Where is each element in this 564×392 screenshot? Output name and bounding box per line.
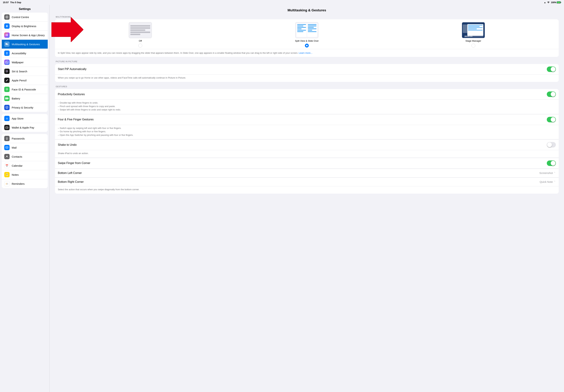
- content-title: Multitasking & Gestures: [55, 8, 559, 12]
- bottom-left-row[interactable]: Bottom Left Corner Screenshot ⌃: [55, 168, 559, 178]
- split-bar: [308, 31, 317, 32]
- split-bar: [297, 27, 306, 28]
- svg-rect-27: [8, 98, 9, 99]
- mode-label-stage: Stage Manager: [465, 40, 481, 42]
- sidebar-item-wallet[interactable]: Wallet & Apple Pay: [2, 123, 48, 132]
- sidebar-item-control-centre[interactable]: Control Centre: [2, 13, 48, 22]
- sidebar-item-battery[interactable]: Battery: [2, 94, 48, 103]
- sidebar-label-mail: Mail: [12, 146, 17, 149]
- sidebar-label-battery: Battery: [12, 97, 20, 100]
- svg-rect-34: [6, 165, 8, 165]
- svg-rect-18: [6, 61, 8, 63]
- sidebar-item-calendar[interactable]: 5 Calendar: [2, 161, 48, 170]
- productivity-gestures-toggle[interactable]: [547, 91, 556, 97]
- sidebar-item-siri[interactable]: Siri & Search: [2, 67, 48, 76]
- sidebar-item-reminders[interactable]: Reminders: [2, 179, 48, 188]
- sidebar-section-more-apps: Passwords Mail Contacts 5 Calendar: [2, 134, 48, 188]
- shake-undo-subtext: Shake iPad to undo an action.: [55, 150, 559, 158]
- bottom-left-chevron: ⌃: [553, 171, 556, 175]
- pip-auto-label: Start PiP Automatically: [58, 68, 86, 71]
- svg-point-17: [7, 52, 7, 53]
- mail-icon: [4, 145, 10, 150]
- mode-radio-stage[interactable]: [471, 44, 475, 47]
- split-bar: [297, 28, 301, 29]
- bottom-right-value-text: Quick Note: [540, 180, 553, 183]
- mode-label-split: Split View & Slide Over: [295, 40, 319, 42]
- sidebar-label-reminders: Reminders: [12, 182, 25, 185]
- pip-auto-subtext: When you swipe up to go Home or use othe…: [55, 75, 559, 82]
- multitasking-description: In Split View, two apps appear side by s…: [55, 49, 559, 57]
- svg-marker-44: [51, 17, 83, 42]
- mode-label-off: Off: [139, 40, 142, 42]
- swipe-corner-row: Swipe Finger from Corner: [55, 158, 559, 168]
- gestures-section-label: GESTURES: [55, 85, 559, 88]
- mode-selector: Off: [55, 19, 559, 49]
- mode-option-stage[interactable]: Stage Manager: [390, 22, 557, 47]
- control-centre-icon: [4, 14, 10, 20]
- bottom-right-chevron: ⌃: [553, 180, 556, 183]
- learn-more-link[interactable]: Learn more...: [299, 52, 312, 54]
- mode-radio-off[interactable]: [138, 44, 142, 47]
- sidebar-label-wallpaper: Wallpaper: [12, 61, 24, 64]
- sidebar-item-mail[interactable]: Mail: [2, 143, 48, 152]
- off-bar-4: [130, 31, 150, 33]
- svg-point-24: [7, 89, 7, 89]
- productivity-gestures-subtext: – Double-tap with three fingers to undo.…: [55, 100, 559, 114]
- four-five-finger-toggle[interactable]: [547, 117, 556, 122]
- sidebar-label-display: Display & Brightness: [12, 25, 36, 28]
- split-bar: [297, 26, 303, 27]
- mode-option-split[interactable]: Split View & Slide Over: [224, 22, 390, 47]
- sidebar-item-apple-pencil[interactable]: Apple Pencil: [2, 76, 48, 85]
- svg-rect-31: [6, 147, 8, 148]
- sidebar-item-face-id[interactable]: Face ID & Passcode: [2, 85, 48, 94]
- sidebar-item-passwords[interactable]: Passwords: [2, 134, 48, 143]
- bottom-right-row[interactable]: Bottom Right Corner Quick Note ⌃: [55, 178, 559, 186]
- off-bar-1: [130, 25, 150, 27]
- multitasking-icon: [4, 42, 10, 47]
- productivity-gestures-row: Productivity Gestures: [55, 89, 559, 100]
- sidebar-item-wallpaper[interactable]: Wallpaper: [2, 58, 48, 67]
- sidebar-item-home-screen[interactable]: Home Screen & App Library: [2, 31, 48, 40]
- siri-icon: [4, 69, 10, 74]
- corner-subtext: Select the action that occurs when you s…: [55, 186, 559, 194]
- bottom-left-label: Bottom Left Corner: [58, 171, 82, 175]
- swipe-corner-toggle[interactable]: [547, 160, 556, 166]
- shake-undo-label: Shake to Undo: [58, 143, 77, 146]
- sidebar-item-multitasking[interactable]: Multitasking & Gestures: [2, 40, 48, 49]
- mode-radio-split[interactable]: [305, 44, 309, 47]
- split-bar: [308, 27, 314, 28]
- multitasking-section-label: MULTITASKING: [55, 16, 559, 18]
- svg-rect-2: [561, 2, 561, 3]
- svg-point-30: [6, 138, 8, 139]
- split-bar: [308, 24, 317, 25]
- pip-auto-knob: [551, 67, 555, 72]
- off-bar-5: [130, 34, 140, 35]
- sidebar-item-app-store[interactable]: App Store: [2, 114, 48, 123]
- svg-point-29: [7, 128, 8, 128]
- sidebar-item-display[interactable]: Display & Brightness: [2, 22, 48, 31]
- calendar-icon: 5: [4, 163, 10, 168]
- split-pane-left: [296, 23, 307, 37]
- face-id-icon: [4, 87, 10, 92]
- sidebar-item-notes[interactable]: Notes: [2, 170, 48, 179]
- sidebar-label-accessibility: Accessibility: [12, 52, 26, 55]
- pip-auto-toggle[interactable]: [547, 67, 556, 72]
- sidebar-label-notes: Notes: [12, 173, 19, 176]
- dock-icon: [465, 36, 466, 37]
- status-indicators: ▲ 100% ⚡: [544, 1, 561, 4]
- stage-main: [467, 24, 483, 36]
- svg-point-40: [6, 183, 7, 184]
- sidebar-item-accessibility[interactable]: Accessibility: [2, 49, 48, 58]
- split-bar: [308, 28, 317, 29]
- sidebar-item-contacts[interactable]: Contacts: [2, 152, 48, 161]
- shake-undo-toggle[interactable]: [547, 142, 556, 148]
- sidebar-item-privacy[interactable]: Privacy & Security: [2, 103, 48, 112]
- split-bar: [297, 31, 303, 32]
- off-preview: [129, 22, 152, 38]
- split-bar: [297, 24, 306, 25]
- sidebar-label-multitasking: Multitasking & Gestures: [12, 43, 40, 46]
- svg-rect-13: [6, 35, 7, 36]
- svg-point-5: [6, 16, 7, 17]
- productivity-knob: [551, 92, 555, 97]
- svg-rect-28: [6, 127, 8, 128]
